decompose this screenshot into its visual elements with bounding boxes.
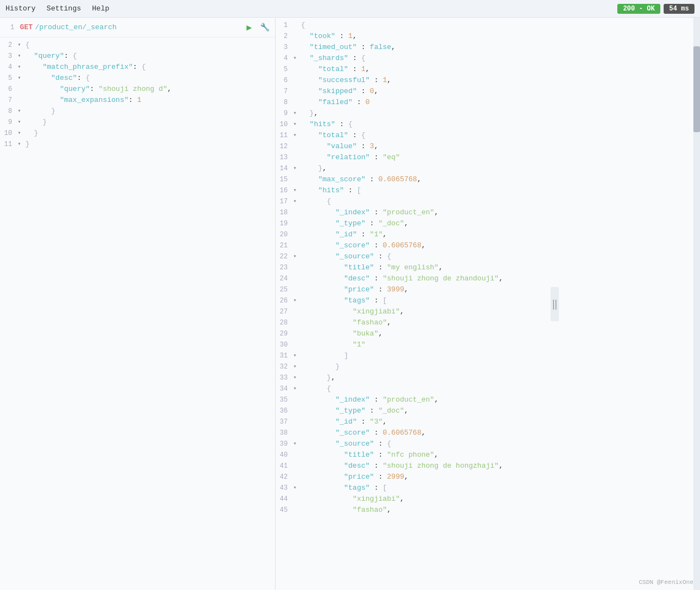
right-code-line: 10▾ "hits" : { <box>276 119 692 130</box>
request-line: 1 GET /product_en/_search ▶ 🔧 <box>0 18 275 37</box>
right-code-line: 39▾ "_source" : { <box>276 439 692 450</box>
right-code-line: 24 "desc" : "shouji zhong de zhandouji", <box>276 273 692 284</box>
fold-arrow[interactable]: ▾ <box>293 350 300 361</box>
fold-arrow[interactable]: ▾ <box>293 439 300 450</box>
left-code-line: 5▾ "desc": { <box>0 73 275 84</box>
code-text: "desc" : "shouji zhong de zhandouji", <box>301 273 503 284</box>
right-code-line: 1 { <box>276 20 692 31</box>
request-path[interactable]: /product_en/_search <box>35 23 239 31</box>
line-number: 31 <box>278 350 293 361</box>
fold-arrow[interactable]: ▾ <box>18 73 24 84</box>
run-button[interactable]: ▶ <box>243 21 255 34</box>
code-text: "xingjiabi", <box>301 494 404 505</box>
right-code-line: 26▾ "tags" : [ <box>276 295 692 306</box>
code-text: "_score" : 0.6065768, <box>301 240 426 251</box>
line-number: 45 <box>278 505 293 516</box>
right-code-line: 22▾ "_source" : { <box>276 251 692 262</box>
menu-help[interactable]: Help <box>92 4 109 13</box>
fold-arrow[interactable]: ▾ <box>293 251 300 262</box>
right-code-line: 44 "xingjiabi", <box>276 494 692 505</box>
menu-settings[interactable]: Settings <box>47 4 81 13</box>
line-number: 23 <box>278 262 293 273</box>
menu-history[interactable]: History <box>6 4 36 13</box>
fold-arrow[interactable]: ▾ <box>293 53 300 64</box>
fold-arrow[interactable]: ▾ <box>293 163 300 174</box>
fold-arrow[interactable]: ▾ <box>293 196 300 207</box>
left-code-content[interactable]: 2▾{3▾ "query": {4▾ "match_phrase_prefix"… <box>0 37 275 590</box>
code-text: "max_expansions": 1 <box>25 95 142 106</box>
fold-arrow[interactable]: ▾ <box>293 361 300 372</box>
line-number: 8 <box>278 97 293 108</box>
fold-arrow[interactable]: ▾ <box>18 40 24 51</box>
code-text: "_shards" : { <box>301 53 365 64</box>
code-text: { <box>301 383 331 394</box>
line-number: 33 <box>278 372 293 383</box>
line-number: 13 <box>278 152 293 163</box>
line-number: 30 <box>278 339 293 350</box>
fold-arrow[interactable]: ▾ <box>18 62 24 73</box>
line-number: 26 <box>278 295 293 306</box>
line-number: 25 <box>278 284 293 295</box>
fold-arrow[interactable]: ▾ <box>293 295 300 306</box>
line-number: 38 <box>278 427 293 439</box>
fold-arrow[interactable]: ▾ <box>18 117 24 128</box>
code-text: "match_phrase_prefix": { <box>25 62 146 73</box>
right-code-line: 14▾ }, <box>276 163 692 174</box>
fold-arrow[interactable]: ▾ <box>293 119 300 130</box>
right-code-line: 7 "skipped" : 0, <box>276 86 692 97</box>
right-code-line: 9▾ }, <box>276 108 692 119</box>
left-code-line: 4▾ "match_phrase_prefix": { <box>0 62 275 73</box>
code-text: "_source" : { <box>301 439 391 450</box>
fold-arrow[interactable]: ▾ <box>293 185 300 196</box>
code-text: { <box>301 196 331 207</box>
settings-icon[interactable]: 🔧 <box>259 21 271 34</box>
line-number: 9 <box>2 117 18 128</box>
left-code-line: 8▾ } <box>0 106 275 117</box>
right-code-line: 38 "_score" : 0.6065768, <box>276 427 692 439</box>
code-text: "total" : 1, <box>301 64 370 75</box>
fold-arrow[interactable]: ▾ <box>293 372 300 383</box>
line-number: 24 <box>278 273 293 284</box>
fold-arrow[interactable]: ▾ <box>18 139 24 150</box>
line-number: 35 <box>278 394 293 405</box>
right-code-line: 15 "max_score" : 0.6065768, <box>276 174 692 185</box>
code-text: "hits" : [ <box>301 185 361 196</box>
right-code-line: 4▾ "_shards" : { <box>276 53 692 64</box>
line-number: 5 <box>278 64 293 75</box>
right-code-line: 30 "1" <box>276 339 692 350</box>
right-code-area: 1 {2 "took" : 1,3 "timed_out" : false,4▾… <box>276 18 700 590</box>
code-text: } <box>25 106 56 117</box>
code-text: "_id" : "1", <box>301 229 387 240</box>
fold-arrow[interactable]: ▾ <box>293 130 300 141</box>
right-code-line: 25 "price" : 3999, <box>276 284 692 295</box>
code-text: "_index" : "product_en", <box>301 207 439 218</box>
left-panel: 1 GET /product_en/_search ▶ 🔧 2▾{3▾ "que… <box>0 18 276 590</box>
fold-arrow[interactable]: ▾ <box>18 128 24 139</box>
code-text: "relation" : "eq" <box>301 152 400 163</box>
code-text: ] <box>301 350 348 361</box>
code-text: "buka", <box>301 328 383 339</box>
right-code-line: 40 "title" : "nfc phone", <box>276 450 692 461</box>
fold-arrow[interactable]: ▾ <box>293 483 300 494</box>
right-scrollbar[interactable] <box>693 18 700 590</box>
right-code-line: 11▾ "total" : { <box>276 130 692 141</box>
line-number: 12 <box>278 141 293 152</box>
right-code-line: 28 "fashao", <box>276 317 692 328</box>
code-text: "_index" : "product_en", <box>301 394 439 405</box>
line-number: 43 <box>278 483 293 494</box>
panel-divider[interactable]: ‖ <box>551 287 559 321</box>
fold-arrow[interactable]: ▾ <box>293 108 300 119</box>
scrollbar-thumb[interactable] <box>693 46 700 132</box>
right-code-content[interactable]: 1 {2 "took" : 1,3 "timed_out" : false,4▾… <box>276 18 700 590</box>
code-text: "successful" : 1, <box>301 75 391 86</box>
fold-arrow[interactable]: ▾ <box>293 383 300 394</box>
right-code-line: 31▾ ] <box>276 350 692 361</box>
code-text: "tags" : [ <box>301 295 387 306</box>
line-number: 34 <box>278 383 293 394</box>
line-number: 42 <box>278 472 293 483</box>
line-number: 9 <box>278 108 293 119</box>
fold-arrow[interactable]: ▾ <box>18 106 24 117</box>
right-code-line: 23 "title" : "my english", <box>276 262 692 273</box>
fold-arrow[interactable]: ▾ <box>18 51 24 62</box>
right-code-line: 37 "_id" : "3", <box>276 416 692 427</box>
